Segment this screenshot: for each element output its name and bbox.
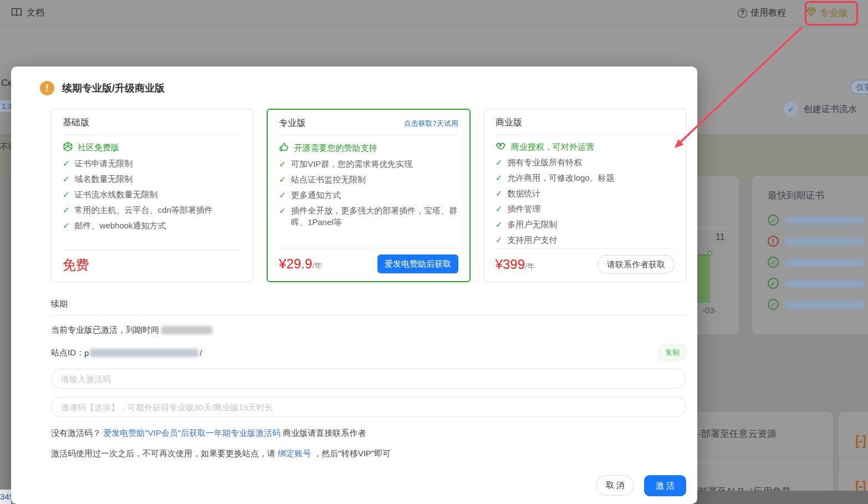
check-icon: ✓	[279, 174, 286, 185]
bg-plugin-logo-card: [-]	[839, 413, 868, 466]
plan-name: 商业版	[496, 117, 522, 129]
gem-icon	[806, 7, 816, 19]
redacted-site-id	[90, 349, 198, 357]
book-icon	[11, 7, 22, 19]
bg-pipeline-step: ✓ 创建证书流水	[784, 102, 857, 116]
plan-price: ¥399	[496, 257, 525, 272]
plan-highlight: 商业授权，可对外运营	[511, 142, 594, 152]
activation-code-input[interactable]	[51, 369, 686, 389]
plan-feature: ✓多用户无限制	[496, 218, 675, 230]
site-id-row: 站点ID： p / 复制	[51, 345, 686, 360]
bg-expiring-certs-card: 最快到期证书 ✓ ! ✓ ✓ ✓	[753, 176, 868, 334]
plan-name: 基础版	[63, 117, 89, 129]
plan-feature: ✓证书申请无限制	[63, 157, 242, 169]
cert-row: ✓	[768, 252, 868, 273]
check-icon: ✓	[496, 203, 503, 215]
sponsor-get-button[interactable]: 爱发电赞助后获取	[377, 254, 458, 273]
pro-version-button[interactable]: 专业版	[800, 2, 854, 24]
cert-row: ✓	[768, 294, 868, 315]
bg-qq-number-fragment: 345	[0, 490, 11, 504]
chart-axis-tick: -03-	[702, 306, 717, 315]
cert-row: ✓	[768, 210, 868, 231]
cancel-button[interactable]: 取 消	[596, 475, 634, 496]
circle-warning-icon: !	[768, 236, 779, 247]
redacted-domain	[785, 238, 864, 245]
plan-card-business: 商业版 商业授权，可对外运营 ✓拥有专业版所有特权 ✓允许商用，可修改logo、…	[484, 109, 686, 282]
check-icon: ✓	[63, 204, 70, 216]
redacted-domain	[785, 301, 864, 308]
plan-feature: ✓可加VIP群，您的需求将优先实现	[279, 158, 458, 170]
redacted-domain	[785, 280, 864, 287]
plan-feature: ✓邮件、webhook通知方式	[63, 220, 242, 231]
bg-bottom-band	[681, 491, 868, 504]
plan-feature: ✓插件管理	[496, 203, 675, 215]
plan-feature: ✓数据统计	[496, 187, 675, 199]
check-icon: ✓	[496, 156, 503, 168]
question-circle-icon: ?	[738, 8, 747, 18]
handshake-icon	[496, 141, 507, 152]
redacted-domain	[785, 259, 864, 266]
tutorial-link[interactable]: ? 使用教程	[738, 7, 786, 19]
check-icon: ✓	[63, 157, 70, 169]
cloud-vendor-logo: [-]	[855, 433, 865, 449]
circle-check-icon: ✓	[768, 278, 779, 289]
check-icon: ✓	[63, 189, 70, 200]
plan-feature: ✓域名数量无限制	[63, 173, 242, 185]
circle-check-icon: ✓	[768, 299, 779, 310]
check-icon: ✓	[63, 173, 70, 185]
docs-label: 文档	[27, 7, 44, 19]
plan-feature: ✓证书流水线数量无限制	[63, 189, 242, 200]
docs-link[interactable]: 文档	[11, 7, 44, 19]
redacted-domain	[785, 217, 864, 224]
sponsor-link[interactable]: 爱发电赞助"VIP会员"后获取一年期专业版激活码	[103, 428, 280, 437]
check-icon: ✓	[279, 205, 286, 228]
dialog-title: 续期专业版/升级商业版	[62, 82, 165, 95]
invite-code-input[interactable]	[51, 397, 686, 417]
activate-button[interactable]: 激 活	[644, 475, 686, 496]
help-line-1: 没有激活码？ 爱发电赞助"VIP会员"后获取一年期专业版激活码 商业版请直接联系…	[51, 428, 686, 439]
plan-highlight: 社区免费版	[78, 142, 119, 153]
check-icon: ✓	[496, 187, 503, 199]
plan-feature: ✓允许商用，可修改logo、标题	[496, 172, 675, 184]
circle-check-icon: ✓	[768, 257, 779, 268]
thumbs-up-icon	[279, 142, 289, 154]
check-icon: ✓	[496, 234, 503, 246]
bg-need-only-button: 仅需	[850, 80, 868, 94]
plan-card-basic: 基础版 社区免费版 ✓证书申请无限制 ✓域名数量无限制 ✓证书流水线数量无限制 …	[51, 109, 253, 282]
chart-data-point	[707, 251, 712, 256]
plan-cards: 基础版 社区免费版 ✓证书申请无限制 ✓域名数量无限制 ✓证书流水线数量无限制 …	[51, 109, 686, 282]
plan-feature: ✓拥有专业版所有特权	[496, 156, 675, 168]
pro-version-label: 专业版	[820, 7, 848, 19]
redacted-expiry-date	[161, 326, 212, 334]
check-icon: ✓	[279, 158, 286, 170]
price-unit: /年	[525, 262, 535, 271]
bind-account-link[interactable]: 绑定账号	[278, 449, 311, 458]
expiring-certs-title: 最快到期证书	[768, 189, 868, 202]
price-unit: /年	[312, 261, 322, 270]
check-icon: ✓	[496, 218, 503, 230]
chart-value-label: 11	[716, 232, 725, 242]
cert-row: ✓	[768, 273, 868, 294]
plan-card-pro: 专业版 点击获取7天试用 开源需要您的赞助支持 ✓可加VIP群，您的需求将优先实…	[267, 109, 470, 282]
plan-feature: ✓插件全开放，更多强大的部署插件，宝塔、群晖、1Panel等	[279, 205, 458, 228]
circle-check-icon: ✓	[768, 215, 779, 226]
cube-icon	[63, 141, 73, 154]
bg-deploy-card: -部署至任意云资源	[681, 413, 833, 466]
plan-feature: ✓站点证书监控无限制	[279, 174, 458, 185]
plan-price: ¥29.9	[279, 256, 312, 271]
warning-icon: !	[40, 81, 54, 95]
copy-button[interactable]: 复制	[658, 345, 686, 360]
cert-row: !	[768, 231, 868, 252]
check-circle-icon: ✓	[784, 102, 798, 116]
check-icon: ✓	[496, 172, 503, 184]
contact-author-button[interactable]: 请联系作者获取	[598, 255, 675, 274]
renew-section-title: 续期	[51, 299, 686, 315]
trial-link[interactable]: 点击获取7天试用	[404, 119, 458, 129]
top-navbar: 文档 ? 使用教程 专业版	[0, 0, 868, 27]
plan-feature: ✓更多通知方式	[279, 189, 458, 201]
renew-section: 续期 当前专业版已激活，到期时间 站点ID： p / 复制 没有激活码？ 爱发电…	[51, 299, 686, 496]
plan-price: 免费	[63, 256, 89, 274]
plan-feature: ✓支持用户支付	[496, 234, 675, 246]
plan-highlight: 开源需要您的赞助支持	[294, 143, 377, 154]
check-icon: ✓	[279, 189, 286, 201]
